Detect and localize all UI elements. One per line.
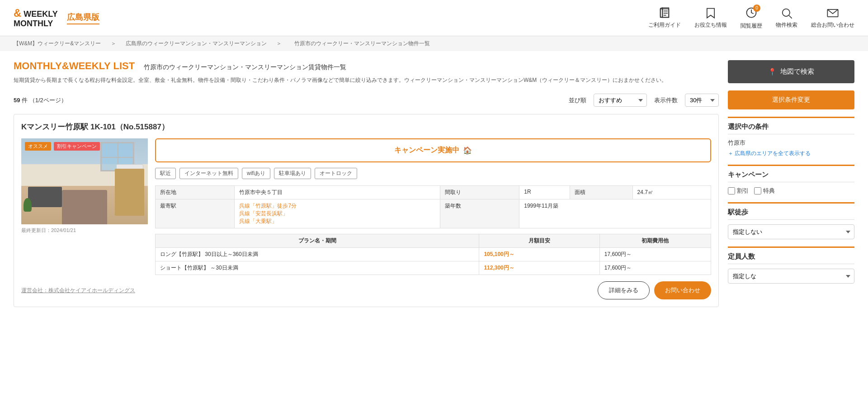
logo-monthly: MONTHLY <box>14 19 53 28</box>
nav-guide-label: ご利用ガイド <box>648 21 681 29</box>
campaign-tokuten-label[interactable]: 特典 <box>754 187 775 195</box>
nav-search[interactable]: 物件検索 <box>776 7 797 29</box>
header: & WEEKLY MONTHLY 広島県版 <box>0 0 868 36</box>
page-title-sub: 竹原市のウィークリーマンション・マンスリーマンション賃貸物件一覧 <box>144 63 346 71</box>
map-search-button[interactable]: 📍 地図で検索 <box>728 60 854 83</box>
page-title-main: MONTHLY&WEEKLY LIST <box>14 60 135 71</box>
plan-0-initial: 17,600円～ <box>599 248 711 261</box>
contact-button[interactable]: お問い合わせ <box>654 281 711 299</box>
svg-line-5 <box>789 15 792 18</box>
tag-2: wifiあり <box>242 168 270 179</box>
campaign-text: キャンペーン実施中 <box>394 146 459 155</box>
menseki-label: 面積 <box>570 186 632 199</box>
campaign-tokuten-checkbox[interactable] <box>754 187 761 194</box>
campaign-discount-text: 割引 <box>737 187 749 195</box>
last-update: 最終更新日：2024/01/21 <box>21 227 148 234</box>
plan-row-0: ロング【竹原駅】 30日以上～360日未満 105,100円～ 17,600円～ <box>156 248 711 261</box>
walk-select[interactable]: 指定しない 1分以内 3分以内 5分以内 7分以内 10分以内 15分以内 20… <box>728 224 854 239</box>
chikunen-label: 築年数 <box>440 199 519 228</box>
nav-info[interactable]: お役立ち情報 <box>694 7 727 29</box>
station-2[interactable]: 呉線「大乗駅」 <box>239 218 435 225</box>
plan-0-monthly: 105,100円～ <box>479 248 599 261</box>
logo-area: & WEEKLY MONTHLY 広島県版 <box>14 7 99 28</box>
tag-1: インターネット無料 <box>179 168 238 179</box>
results-count: 59 <box>14 97 20 104</box>
breadcrumb-item-2: 竹原市のウィークリー・マンスリーマンション物件一覧 <box>294 40 430 47</box>
sort-controls: 並び順 おすすめ 家賃が安い順 家賃が高い順 新着順 表示件数 30件 50件 … <box>569 94 719 107</box>
station-values: 呉線「竹原駅」徒歩7分 呉線「安芸長浜駅」 呉線「大乗駅」 <box>235 199 440 228</box>
nav-guide[interactable]: ご利用ガイド <box>648 7 681 29</box>
selected-section-title: 選択中の条件 <box>728 118 854 134</box>
results-count-area: 59 件 （1/2ページ） <box>14 96 67 104</box>
results-label: 件 <box>22 97 29 104</box>
address-value: 竹原市中央５丁目 <box>235 186 440 199</box>
display-select[interactable]: 30件 50件 100件 <box>685 94 719 107</box>
capacity-select[interactable]: 指定しな 1名 2名 3名 4名以上 <box>728 269 854 284</box>
campaign-button[interactable]: キャンペーン実施中 🏠 <box>155 138 711 162</box>
campaign-section-title: キャンペーン <box>728 166 854 182</box>
envelope-icon <box>826 7 839 19</box>
chikunen-value: 1999年11月築 <box>519 199 711 228</box>
footer-buttons: 詳細をみる お問い合わせ <box>598 281 711 299</box>
page-title-section: MONTHLY&WEEKLY LIST 竹原市のウィークリーマンション・マンスリ… <box>14 60 719 85</box>
nav-info-label: お役立ち情報 <box>694 21 727 29</box>
property-card: Kマンスリー竹原駅 1K-101（No.515887） <box>14 114 719 307</box>
plan-1-name: ショート【竹原駅】 ～30日未満 <box>156 261 479 275</box>
breadcrumb-item-0[interactable]: 【W&M】ウィークリー&マンスリー <box>14 40 101 47</box>
walk-section-title: 駅徒歩 <box>728 204 854 220</box>
logo-weekly: WEEKLY <box>24 9 57 19</box>
sidebar-campaign-section: キャンペーン 割引 特典 <box>728 165 854 195</box>
search-icon <box>780 7 793 19</box>
detail-button[interactable]: 詳細をみる <box>598 281 650 299</box>
tags: 駅近 インターネット無料 wifiあり 駐車場あり オートロック <box>155 168 711 179</box>
badge-discount: 割引キャンペーン <box>54 142 100 151</box>
change-conditions-button[interactable]: 選択条件変更 <box>728 90 854 109</box>
plan-table: プラン名・期間 月額目安 初期費用他 ロング【竹原駅】 30日以上～360日未満 <box>155 234 711 275</box>
plan-1-initial: 17,600円～ <box>599 261 711 275</box>
selected-area: 竹原市 広島県のエリアを全て表示する <box>728 139 854 157</box>
station-1[interactable]: 呉線「安芸長浜駅」 <box>239 210 435 218</box>
nav-history-label: 閲覧履歴 <box>741 22 762 30</box>
bookmark-icon <box>704 7 717 19</box>
breadcrumb-item-1[interactable]: 広島県のウィークリーマンション・マンスリーマンション <box>126 40 267 47</box>
results-bar: 59 件 （1/2ページ） 並び順 おすすめ 家賃が安い順 家賃が高い順 新着順… <box>14 94 719 107</box>
plan-1-monthly: 112,300円～ <box>479 261 599 275</box>
station-0[interactable]: 呉線「竹原駅」徒歩7分 <box>239 202 435 210</box>
image-badges: オススメ 割引キャンペーン <box>25 142 100 151</box>
plan-header-initial: 初期費用他 <box>599 234 711 248</box>
map-pin-icon: 📍 <box>768 68 777 76</box>
results-page: （1/2ページ） <box>29 97 67 104</box>
gift-icon: 🏠 <box>463 146 472 155</box>
breadcrumb: 【W&M】ウィークリー&マンスリー ＞ 広島県のウィークリーマンション・マンスリ… <box>0 36 868 51</box>
property-image-wrap: オススメ 割引キャンペーン 最終更新日：2024/01/21 <box>21 138 148 275</box>
campaign-discount-checkbox[interactable] <box>728 187 735 194</box>
sort-select[interactable]: おすすめ 家賃が安い順 家賃が高い順 新着順 <box>594 94 647 107</box>
nav-search-label: 物件検索 <box>776 21 797 29</box>
property-body: オススメ 割引キャンペーン 最終更新日：2024/01/21 キャンペーン実施中… <box>21 138 711 275</box>
tag-4: オートロック <box>315 168 357 179</box>
plan-row-1: ショート【竹原駅】 ～30日未満 112,300円～ 17,600円～ <box>156 261 711 275</box>
plan-header-name: プラン名・期間 <box>156 234 479 248</box>
show-all-link[interactable]: 広島県のエリアを全て表示する <box>728 150 811 156</box>
selected-area-label: 竹原市 <box>728 139 854 147</box>
nav-history[interactable]: 0 閲覧履歴 <box>741 6 762 30</box>
page-desc: 短期賃貸から長期まで長くなる程お得な料金設定。全室、敷金・礼金無料。物件を設備・… <box>14 76 719 85</box>
menseki-value: 24.7㎡ <box>632 186 711 199</box>
campaign-discount-label[interactable]: 割引 <box>728 187 749 195</box>
madori-value: 1R <box>519 186 570 199</box>
sidebar-capacity-section: 定員人数 指定しな 1名 2名 3名 4名以上 <box>728 246 854 284</box>
logo[interactable]: & WEEKLY MONTHLY <box>14 7 58 28</box>
sidebar: 📍 地図で検索 選択条件変更 選択中の条件 竹原市 広島県のエリアを全て表示する… <box>728 60 854 316</box>
display-label: 表示件数 <box>654 96 678 104</box>
content-area: MONTHLY&WEEKLY LIST 竹原市のウィークリーマンション・マンスリ… <box>14 60 719 316</box>
nav-contact-label: 総合お問い合わせ <box>811 21 854 29</box>
map-search-label: 地図で検索 <box>780 67 814 76</box>
nav-contact[interactable]: 総合お問い合わせ <box>811 7 854 29</box>
history-badge: 0 <box>753 5 760 12</box>
plan-0-name: ロング【竹原駅】 30日以上～360日未満 <box>156 248 479 261</box>
plan-header-monthly: 月額目安 <box>479 234 599 248</box>
madori-label: 間取り <box>440 186 519 199</box>
tag-0: 駅近 <box>155 168 176 179</box>
company-link[interactable]: 運営会社：株式会社ケイアイホールディングス <box>21 287 135 294</box>
campaign-checkboxes: 割引 特典 <box>728 187 854 195</box>
